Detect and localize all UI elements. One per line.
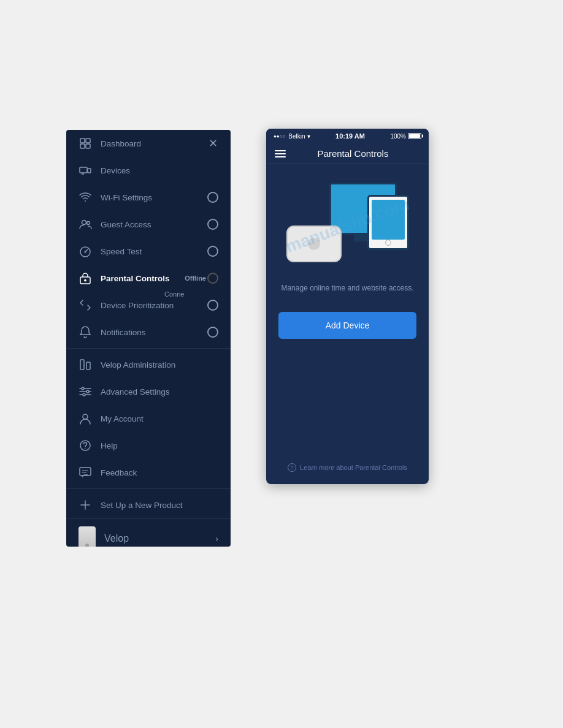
svg-rect-14 [86,362,90,370]
svg-rect-13 [80,360,84,370]
sidebar-label-advanced: Advanced Settings [101,387,218,396]
phone-mockup: ●●○○ Belkin ▾ 10:19 AM 100% Parental Con… [266,129,429,484]
wifi-settings-icon [79,191,92,204]
sidebar-item-help[interactable]: Help [66,432,231,459]
chevron-right-icon: › [215,534,218,544]
signal-dots: ●●○○ [274,134,285,139]
phone-footer[interactable]: ? Learn more about Parental Controls [266,463,429,472]
svg-point-18 [82,387,84,390]
svg-point-23 [85,448,86,449]
priority-status-dot [207,300,218,311]
feedback-icon [79,466,92,479]
parental-controls-icon [79,271,92,285]
carrier-name: Belkin [288,133,305,140]
sidebar-divider-1 [66,348,231,349]
guest-access-icon [79,218,92,231]
help-icon [79,439,92,452]
sidebar-item-speedtest[interactable]: Speed Test [66,238,231,265]
battery-fill [409,134,420,138]
phone-content: Manage online time and website access. A… [266,164,429,351]
guest-status-dot [207,219,218,230]
notifications-status-dot [207,327,218,338]
svg-point-12 [85,279,86,281]
sidebar-item-priority[interactable]: Device Prioritization [66,292,231,319]
close-icon[interactable]: ✕ [207,138,218,149]
sidebar-divider-2 [66,488,231,489]
learn-more-text: Learn more about Parental Controls [300,464,407,471]
plus-icon [79,498,92,512]
sidebar-item-devices[interactable]: Devices [66,157,231,184]
dashboard-icon [79,137,92,150]
sidebar-item-guest[interactable]: Guest Access [66,211,231,238]
notifications-icon [79,325,92,339]
sidebar-label-velop: Velop [104,533,129,544]
sidebar-item-notifications[interactable]: Notifications [66,319,231,346]
svg-point-10 [85,251,86,253]
sidebar-item-velop[interactable]: Velop › [66,518,231,547]
sidebar-label-wifi: Wi-Fi Settings [101,193,207,202]
phone-nav-bar: Parental Controls [266,143,429,164]
status-time: 10:19 AM [335,132,365,140]
svg-rect-3 [86,144,90,148]
sidebar: Dashboard ✕ Conne Devices Wi-Fi Settings [66,130,231,547]
sidebar-label-speedtest: Speed Test [101,247,207,256]
sidebar-item-advanced[interactable]: Advanced Settings [66,378,231,405]
svg-rect-24 [80,468,91,476]
battery-icon [408,133,421,139]
velop-device-icon [79,526,96,547]
sidebar-item-velop-admin[interactable]: Velop Administration [66,351,231,378]
devices-icon [79,164,92,177]
learn-more-icon: ? [288,463,296,472]
sidebar-label-account: My Account [101,414,218,423]
sidebar-label-priority: Device Prioritization [101,301,207,310]
svg-point-7 [82,221,86,225]
parental-controls-description: Manage online time and website access. [281,283,413,294]
speedtest-status-dot [207,246,218,257]
sidebar-item-setup[interactable]: Set Up a New Product [66,491,231,518]
sidebar-label-feedback: Feedback [101,468,218,477]
speed-test-icon [79,245,92,258]
svg-rect-5 [88,169,91,173]
svg-point-21 [83,414,88,419]
sidebar-label-dashboard: Dashboard [101,139,207,148]
device-illustration [286,183,409,268]
svg-point-20 [83,393,85,396]
advanced-settings-icon [79,385,92,398]
svg-point-19 [86,390,89,393]
sidebar-label-setup: Set Up a New Product [101,501,218,510]
svg-point-8 [87,222,90,225]
status-right: 100% [390,133,421,140]
status-left: ●●○○ Belkin ▾ [274,133,310,140]
wifi-status-dot [207,192,218,203]
offline-text: Offline [185,275,206,282]
gamepad-icon [286,226,342,262]
svg-rect-1 [86,138,90,143]
svg-rect-2 [80,144,85,148]
sidebar-item-account[interactable]: My Account [66,405,231,432]
sidebar-label-help: Help [101,441,218,450]
phone-status-bar: ●●○○ Belkin ▾ 10:19 AM 100% [266,129,429,143]
wifi-status-icon: ▾ [307,133,310,140]
sidebar-item-dashboard[interactable]: Dashboard ✕ [66,130,231,157]
priority-icon [79,298,92,312]
phone-page-title: Parental Controls [286,148,420,159]
account-icon [79,412,92,425]
sidebar-item-parental[interactable]: Parental Controls Offline [66,265,231,292]
sidebar-item-feedback[interactable]: Feedback [66,459,231,486]
svg-rect-0 [80,138,85,143]
sidebar-label-devices: Devices [101,166,218,175]
sidebar-item-wifi[interactable]: Wi-Fi Settings [66,184,231,211]
tablet-icon [367,195,409,250]
hamburger-menu-icon[interactable] [275,150,286,157]
svg-rect-4 [80,167,87,173]
sidebar-label-guest: Guest Access [101,220,207,229]
sidebar-label-notifications: Notifications [101,328,207,337]
battery-percent: 100% [390,133,406,140]
parental-status-dot [207,273,218,284]
tablet-screen [372,200,405,240]
sidebar-label-velop-admin: Velop Administration [101,360,218,370]
add-device-button[interactable]: Add Device [278,312,416,339]
velop-admin-icon [79,358,92,371]
